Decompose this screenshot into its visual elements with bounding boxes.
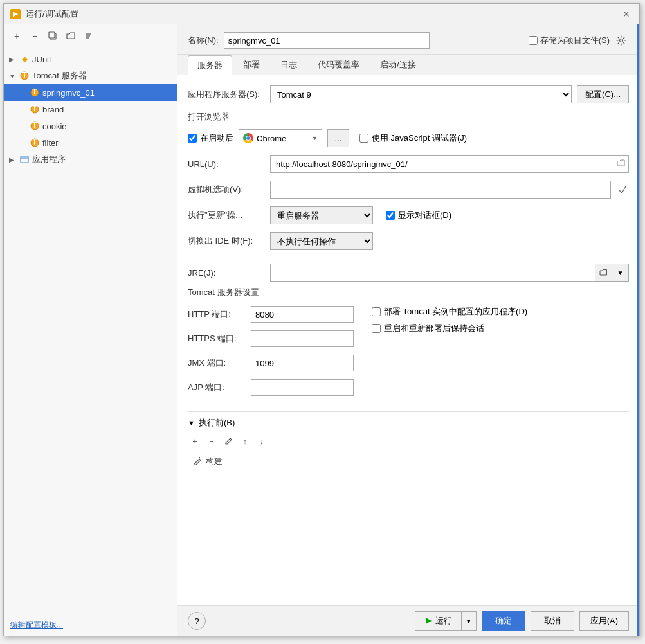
add-config-button[interactable]: +: [9, 28, 24, 44]
before-collapse-arrow[interactable]: ▼: [188, 419, 195, 427]
svg-marker-18: [426, 618, 432, 624]
close-button[interactable]: ✕: [620, 8, 633, 21]
tree-label-brand: brand: [42, 105, 64, 114]
tree-item-junit[interactable]: ▶ ◈ JUnit: [4, 51, 177, 67]
on-start-label: 在启动后: [200, 132, 233, 144]
jmx-port-input[interactable]: [251, 355, 354, 371]
before-down-button[interactable]: ↓: [255, 434, 269, 448]
vm-expand-icon[interactable]: [616, 183, 629, 196]
dialog-title: 运行/调试配置: [26, 8, 78, 20]
junit-icon: ◈: [19, 54, 30, 64]
run-split-button: 运行 ▼: [415, 611, 477, 631]
run-main-button[interactable]: 运行: [415, 612, 462, 630]
vm-options-row: 虚拟机选项(V):: [188, 181, 629, 199]
tree-item-springmvc01[interactable]: T springmvc_01: [4, 84, 177, 101]
run-debug-dialog: ▶ 运行/调试配置 ✕ + −: [3, 3, 640, 636]
dialog-body: + −: [4, 24, 639, 636]
js-debugger-label: 使用 JavaScript 调试器(J): [372, 132, 467, 144]
cancel-button[interactable]: 取消: [531, 611, 574, 631]
update-select[interactable]: 重启服务器: [270, 206, 373, 224]
on-start-checkbox-label[interactable]: 在启动后: [188, 132, 233, 144]
show-dialog-checkbox-label[interactable]: 显示对话框(D): [386, 210, 451, 221]
svg-text:T: T: [22, 71, 27, 80]
app-server-select[interactable]: Tomcat 9: [270, 85, 572, 103]
before-up-button[interactable]: ↑: [238, 434, 252, 448]
vm-input-wrap: [270, 181, 611, 199]
name-input[interactable]: [224, 32, 430, 49]
jre-dropdown-button[interactable]: ▼: [612, 264, 629, 282]
browser-more-button[interactable]: ...: [327, 129, 349, 147]
jre-row: JRE(J): ▼: [188, 264, 629, 282]
http-port-input[interactable]: [251, 306, 354, 323]
on-exit-label: 切换出 IDE 时(F):: [188, 235, 265, 247]
before-edit-button[interactable]: [221, 434, 235, 448]
before-remove-button[interactable]: −: [204, 434, 219, 448]
jre-label: JRE(J):: [188, 268, 265, 278]
tomcat-icon: T: [19, 71, 30, 81]
browser-select[interactable]: Chrome ▼: [239, 129, 322, 147]
svg-rect-1: [49, 32, 55, 38]
divider-1: [188, 258, 629, 258]
remove-config-button[interactable]: −: [27, 28, 42, 44]
help-button[interactable]: ?: [188, 612, 206, 630]
tree-label-tomcat: Tomcat 服务器: [32, 70, 87, 82]
jre-input[interactable]: [273, 267, 592, 279]
on-exit-row: 切换出 IDE 时(F): 不执行任何操作: [188, 232, 629, 250]
save-to-file-label: 存储为项目文件(S): [540, 35, 610, 46]
apply-button[interactable]: 应用(A): [579, 611, 629, 631]
expand-arrow-junit: ▶: [9, 56, 17, 63]
keep-session-checkbox-label[interactable]: 重启和重新部署后保持会话: [372, 323, 527, 334]
tab-server[interactable]: 服务器: [188, 55, 232, 75]
ajp-port-row: AJP 端口:: [188, 379, 354, 396]
deploy-apps-checkbox-label[interactable]: 部署 Tomcat 实例中配置的应用程序(D): [372, 306, 527, 318]
svg-text:T: T: [32, 88, 37, 96]
gear-button[interactable]: [613, 33, 629, 48]
deploy-apps-checkbox[interactable]: [372, 307, 381, 316]
copy-config-button[interactable]: [45, 28, 60, 44]
tab-deploy[interactable]: 部署: [233, 55, 269, 75]
on-start-checkbox[interactable]: [188, 134, 197, 143]
tab-coverage[interactable]: 代码覆盖率: [308, 55, 369, 75]
url-folder-icon[interactable]: [617, 159, 626, 169]
jre-input-wrap: [270, 264, 595, 282]
on-exit-select[interactable]: 不执行任何操作: [270, 232, 373, 250]
url-input[interactable]: [273, 158, 617, 170]
configure-button[interactable]: 配置(C)...: [577, 85, 629, 103]
save-to-file-checkbox-label[interactable]: 存储为项目文件(S): [529, 35, 610, 46]
tree-item-tomcat-server[interactable]: ▼ T Tomcat 服务器: [4, 67, 177, 84]
ajp-port-input[interactable]: [251, 379, 354, 396]
confirm-button[interactable]: 确定: [482, 611, 525, 631]
js-debugger-checkbox[interactable]: [359, 134, 368, 143]
run-dropdown-button[interactable]: ▼: [462, 612, 476, 630]
open-browser-header: 打开浏览器: [188, 111, 629, 123]
tab-startup[interactable]: 启动/连接: [370, 55, 426, 75]
svg-text:T: T: [32, 105, 37, 113]
tomcat-settings-title: Tomcat 服务器设置: [188, 287, 629, 298]
update-label: 执行"更新"操...: [188, 210, 265, 221]
https-port-input[interactable]: [251, 330, 354, 347]
sort-config-button[interactable]: [81, 28, 96, 44]
tree-item-application[interactable]: ▶ 应用程序: [4, 151, 177, 168]
edit-templates-link[interactable]: 编辑配置模板...: [4, 614, 177, 636]
vm-options-label: 虚拟机选项(V):: [188, 184, 265, 195]
vm-options-input[interactable]: [273, 184, 608, 196]
before-add-button[interactable]: +: [188, 434, 202, 448]
tree-item-cookie[interactable]: T cookie: [4, 118, 177, 134]
svg-rect-15: [21, 156, 28, 163]
show-dialog-checkbox[interactable]: [386, 211, 395, 220]
jre-folder-button[interactable]: [595, 264, 612, 282]
browser-select-arrow: ▼: [312, 135, 318, 141]
tab-log[interactable]: 日志: [271, 55, 307, 75]
tree-item-brand[interactable]: T brand: [4, 101, 177, 118]
tree-item-filter[interactable]: T filter: [4, 134, 177, 151]
run-label: 运行: [435, 615, 452, 627]
title-bar: ▶ 运行/调试配置 ✕: [4, 4, 639, 24]
js-debugger-checkbox-label[interactable]: 使用 JavaScript 调试器(J): [359, 132, 467, 144]
url-label: URL(U):: [188, 159, 265, 169]
keep-session-checkbox[interactable]: [372, 324, 381, 333]
save-to-file-checkbox[interactable]: [529, 36, 538, 45]
folder-config-button[interactable]: [63, 28, 78, 44]
tree-label-cookie: cookie: [42, 121, 67, 131]
before-launch-section: ▼ 执行前(B) + − ↑ ↓: [188, 411, 629, 470]
jmx-port-row: JMX 端口:: [188, 355, 354, 371]
